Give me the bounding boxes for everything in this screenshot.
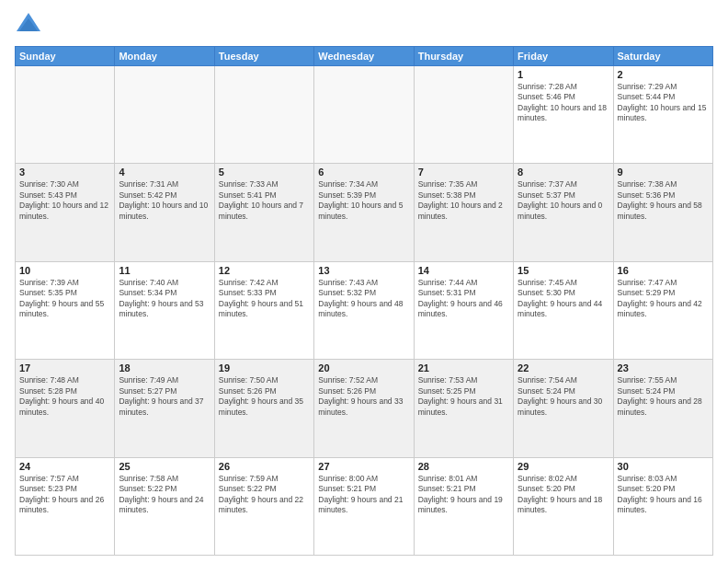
- calendar-cell: 6Sunrise: 7:34 AMSunset: 5:39 PMDaylight…: [314, 164, 414, 261]
- day-info: Sunrise: 7:59 AMSunset: 5:22 PMDaylight:…: [219, 474, 310, 516]
- calendar-header-thursday: Thursday: [414, 47, 513, 66]
- day-number: 14: [418, 265, 509, 276]
- calendar-header-saturday: Saturday: [613, 47, 712, 66]
- calendar-cell: 14Sunrise: 7:44 AMSunset: 5:31 PMDayligh…: [414, 261, 513, 359]
- calendar-week-row: 24Sunrise: 7:57 AMSunset: 5:23 PMDayligh…: [16, 457, 713, 555]
- day-number: 22: [518, 362, 609, 373]
- calendar-cell: [414, 66, 513, 164]
- calendar-cell: 22Sunrise: 7:54 AMSunset: 5:24 PMDayligh…: [514, 360, 613, 457]
- day-info: Sunrise: 7:53 AMSunset: 5:25 PMDaylight:…: [418, 375, 509, 418]
- day-info: Sunrise: 7:38 AMSunset: 5:36 PMDaylight:…: [618, 179, 709, 222]
- calendar-header-monday: Monday: [115, 47, 214, 66]
- day-info: Sunrise: 7:28 AMSunset: 5:46 PMDaylight:…: [518, 82, 609, 124]
- logo-icon: [15, 11, 42, 39]
- calendar-cell: 23Sunrise: 7:55 AMSunset: 5:24 PMDayligh…: [613, 360, 712, 457]
- calendar-cell: 8Sunrise: 7:37 AMSunset: 5:37 PMDaylight…: [514, 164, 613, 261]
- calendar-cell: 15Sunrise: 7:45 AMSunset: 5:30 PMDayligh…: [514, 261, 613, 359]
- day-info: Sunrise: 8:03 AMSunset: 5:20 PMDaylight:…: [618, 474, 709, 516]
- day-number: 24: [19, 461, 110, 472]
- calendar-cell: 11Sunrise: 7:40 AMSunset: 5:34 PMDayligh…: [115, 261, 214, 359]
- calendar-table: SundayMondayTuesdayWednesdayThursdayFrid…: [15, 46, 713, 556]
- day-info: Sunrise: 7:40 AMSunset: 5:34 PMDaylight:…: [119, 278, 210, 320]
- day-info: Sunrise: 7:43 AMSunset: 5:32 PMDaylight:…: [318, 278, 409, 320]
- calendar-cell: [115, 66, 214, 164]
- day-info: Sunrise: 7:48 AMSunset: 5:28 PMDaylight:…: [19, 375, 110, 418]
- day-info: Sunrise: 8:02 AMSunset: 5:20 PMDaylight:…: [518, 474, 609, 516]
- calendar-header-wednesday: Wednesday: [314, 47, 414, 66]
- calendar-header-friday: Friday: [514, 47, 613, 66]
- day-info: Sunrise: 7:30 AMSunset: 5:43 PMDaylight:…: [19, 179, 110, 222]
- day-info: Sunrise: 7:29 AMSunset: 5:44 PMDaylight:…: [618, 82, 709, 124]
- calendar-cell: 2Sunrise: 7:29 AMSunset: 5:44 PMDaylight…: [613, 66, 712, 164]
- day-info: Sunrise: 7:35 AMSunset: 5:38 PMDaylight:…: [418, 179, 509, 222]
- calendar-cell: 27Sunrise: 8:00 AMSunset: 5:21 PMDayligh…: [314, 457, 414, 555]
- day-number: 2: [618, 69, 709, 80]
- day-number: 15: [518, 265, 609, 276]
- calendar-cell: 17Sunrise: 7:48 AMSunset: 5:28 PMDayligh…: [16, 360, 115, 457]
- day-number: 4: [119, 167, 210, 178]
- day-number: 3: [19, 167, 110, 178]
- calendar-cell: 29Sunrise: 8:02 AMSunset: 5:20 PMDayligh…: [514, 457, 613, 555]
- day-info: Sunrise: 7:44 AMSunset: 5:31 PMDaylight:…: [418, 278, 509, 320]
- day-number: 21: [418, 362, 509, 373]
- calendar-cell: 25Sunrise: 7:58 AMSunset: 5:22 PMDayligh…: [115, 457, 214, 555]
- calendar-week-row: 1Sunrise: 7:28 AMSunset: 5:46 PMDaylight…: [16, 66, 713, 164]
- day-info: Sunrise: 7:37 AMSunset: 5:37 PMDaylight:…: [518, 179, 609, 222]
- day-number: 26: [219, 461, 310, 472]
- day-number: 18: [119, 362, 210, 373]
- calendar-cell: [314, 66, 414, 164]
- calendar-cell: 13Sunrise: 7:43 AMSunset: 5:32 PMDayligh…: [314, 261, 414, 359]
- calendar-cell: 19Sunrise: 7:50 AMSunset: 5:26 PMDayligh…: [214, 360, 313, 457]
- day-info: Sunrise: 7:42 AMSunset: 5:33 PMDaylight:…: [219, 278, 310, 320]
- day-info: Sunrise: 7:47 AMSunset: 5:29 PMDaylight:…: [618, 278, 709, 320]
- day-info: Sunrise: 7:33 AMSunset: 5:41 PMDaylight:…: [219, 179, 310, 222]
- day-number: 17: [19, 362, 110, 373]
- day-number: 20: [318, 362, 409, 373]
- day-number: 8: [518, 167, 609, 178]
- day-number: 19: [219, 362, 310, 373]
- day-number: 25: [119, 461, 210, 472]
- day-info: Sunrise: 7:31 AMSunset: 5:42 PMDaylight:…: [119, 179, 210, 222]
- day-number: 10: [19, 265, 110, 276]
- day-number: 16: [618, 265, 709, 276]
- day-number: 27: [318, 461, 409, 472]
- day-info: Sunrise: 7:39 AMSunset: 5:35 PMDaylight:…: [19, 278, 110, 320]
- day-number: 9: [618, 167, 709, 178]
- calendar-week-row: 17Sunrise: 7:48 AMSunset: 5:28 PMDayligh…: [16, 360, 713, 457]
- calendar-cell: 7Sunrise: 7:35 AMSunset: 5:38 PMDaylight…: [414, 164, 513, 261]
- day-info: Sunrise: 7:54 AMSunset: 5:24 PMDaylight:…: [518, 375, 609, 418]
- calendar-cell: 5Sunrise: 7:33 AMSunset: 5:41 PMDaylight…: [214, 164, 313, 261]
- page: SundayMondayTuesdayWednesdayThursdayFrid…: [0, 0, 728, 563]
- day-info: Sunrise: 7:49 AMSunset: 5:27 PMDaylight:…: [119, 375, 210, 418]
- calendar-cell: 28Sunrise: 8:01 AMSunset: 5:21 PMDayligh…: [414, 457, 513, 555]
- day-number: 13: [318, 265, 409, 276]
- day-number: 6: [318, 167, 409, 178]
- calendar-week-row: 10Sunrise: 7:39 AMSunset: 5:35 PMDayligh…: [16, 261, 713, 359]
- day-info: Sunrise: 7:45 AMSunset: 5:30 PMDaylight:…: [518, 278, 609, 320]
- day-number: 29: [518, 461, 609, 472]
- day-number: 30: [618, 461, 709, 472]
- calendar-cell: 21Sunrise: 7:53 AMSunset: 5:25 PMDayligh…: [414, 360, 513, 457]
- calendar-cell: 26Sunrise: 7:59 AMSunset: 5:22 PMDayligh…: [214, 457, 313, 555]
- calendar-cell: 18Sunrise: 7:49 AMSunset: 5:27 PMDayligh…: [115, 360, 214, 457]
- calendar-cell: 20Sunrise: 7:52 AMSunset: 5:26 PMDayligh…: [314, 360, 414, 457]
- calendar-cell: 4Sunrise: 7:31 AMSunset: 5:42 PMDaylight…: [115, 164, 214, 261]
- day-number: 12: [219, 265, 310, 276]
- day-info: Sunrise: 7:34 AMSunset: 5:39 PMDaylight:…: [318, 179, 409, 222]
- day-info: Sunrise: 8:00 AMSunset: 5:21 PMDaylight:…: [318, 474, 409, 516]
- day-info: Sunrise: 7:52 AMSunset: 5:26 PMDaylight:…: [318, 375, 409, 418]
- calendar-cell: [214, 66, 313, 164]
- day-number: 23: [618, 362, 709, 373]
- calendar-cell: 24Sunrise: 7:57 AMSunset: 5:23 PMDayligh…: [16, 457, 115, 555]
- calendar-cell: [16, 66, 115, 164]
- day-number: 11: [119, 265, 210, 276]
- calendar-cell: 12Sunrise: 7:42 AMSunset: 5:33 PMDayligh…: [214, 261, 313, 359]
- calendar-cell: 9Sunrise: 7:38 AMSunset: 5:36 PMDaylight…: [613, 164, 712, 261]
- calendar-header-row: SundayMondayTuesdayWednesdayThursdayFrid…: [16, 47, 713, 66]
- calendar-cell: 3Sunrise: 7:30 AMSunset: 5:43 PMDaylight…: [16, 164, 115, 261]
- calendar-cell: 1Sunrise: 7:28 AMSunset: 5:46 PMDaylight…: [514, 66, 613, 164]
- day-number: 7: [418, 167, 509, 178]
- day-number: 1: [518, 69, 609, 80]
- logo: [15, 11, 46, 39]
- calendar-cell: 16Sunrise: 7:47 AMSunset: 5:29 PMDayligh…: [613, 261, 712, 359]
